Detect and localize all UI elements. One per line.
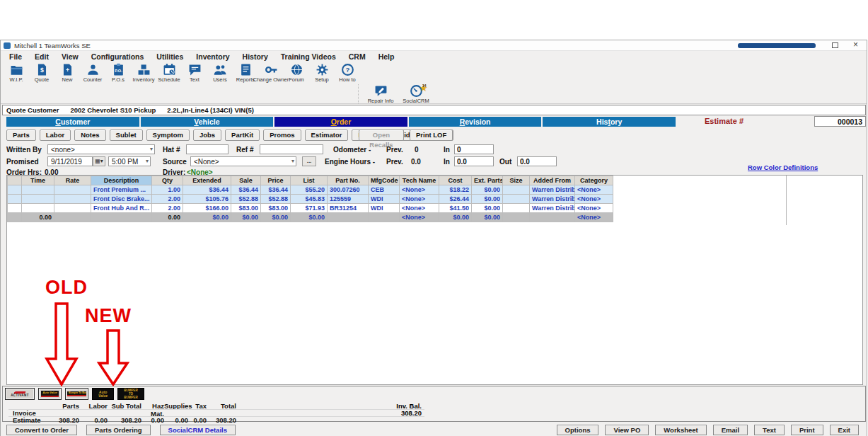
- grid-column-header-ext-parts[interactable]: Ext. Parts: [472, 176, 503, 185]
- close-window-icon[interactable]: [853, 40, 858, 50]
- ref-label: Ref #: [236, 146, 253, 154]
- grid-column-header-mfgcode[interactable]: MfgCode: [369, 176, 400, 185]
- grid-cell: $52.88: [261, 195, 291, 204]
- subtab-partkit[interactable]: PartKit: [225, 130, 260, 141]
- toolbar-button-quote[interactable]: $Quote: [29, 63, 54, 84]
- tab-vehicle[interactable]: Vehicle: [141, 117, 274, 127]
- purchase-orders-icon: P.O.: [112, 63, 125, 76]
- vendor-button-activant-activant[interactable]: ACTIVANT: [5, 388, 35, 400]
- grid-column-header-added-from[interactable]: Added From: [530, 176, 575, 185]
- print-button[interactable]: Print: [791, 425, 823, 435]
- menu-item-configurations[interactable]: Configurations: [86, 52, 150, 62]
- source-more-button[interactable]: ...: [302, 156, 316, 166]
- grid-cell: WDI: [369, 204, 400, 213]
- menu-item-utilities[interactable]: Utilities: [151, 52, 189, 62]
- promised-date-input[interactable]: 9/11/2019: [47, 156, 93, 166]
- subtab-notes[interactable]: Notes: [74, 130, 105, 141]
- vendor-button-bumper-to-bumper-new-bb[interactable]: BUMPERTO BUMPER: [117, 388, 144, 400]
- grid-column-header-rate[interactable]: Rate: [54, 176, 91, 185]
- vendor-button-bumper-to-bumper-old-bb[interactable]: Bumper To Bumper: [65, 388, 88, 400]
- grid-column-header-time[interactable]: Time: [22, 176, 54, 185]
- toolbar-button-inventory[interactable]: Inventory: [131, 63, 156, 84]
- promised-time-value: 5:00 PM: [112, 158, 138, 166]
- toolbar-button-text[interactable]: Text: [182, 63, 207, 84]
- grid-column-header-extended[interactable]: Extended: [183, 176, 231, 185]
- subtab-jobs[interactable]: Jobs: [193, 130, 221, 141]
- toolbar-button-socialcrm[interactable]: SocialCRM★34: [398, 84, 434, 103]
- hat-input[interactable]: [186, 144, 228, 154]
- toolbar-button-forum[interactable]: Forum: [284, 63, 309, 84]
- grid-part-row[interactable]: Front Disc Brake...2.00$105.76$52.88$52.…: [8, 195, 613, 204]
- grid-column-header-tech-name[interactable]: Tech Name: [400, 176, 439, 185]
- grid-total-row[interactable]: 0.000.00$0.00$0.00$0.00$0.00<None>$0.00$…: [8, 213, 613, 222]
- socialcrm-details-button[interactable]: SocialCRM Details: [160, 425, 236, 435]
- grid-column-header-description[interactable]: Description: [91, 176, 152, 185]
- restore-window-icon[interactable]: [832, 42, 838, 48]
- tab-order[interactable]: Order: [274, 117, 407, 127]
- grid-part-row[interactable]: Front Premium ...1.00$36.44$36.44$36.44$…: [8, 185, 613, 195]
- odometer-in-input[interactable]: [454, 144, 494, 154]
- grid-cell: $18.22: [439, 185, 472, 195]
- tab-revision[interactable]: Revision: [409, 117, 542, 127]
- toolbar-button-schedule[interactable]: Schedule: [156, 63, 182, 84]
- toolbar-button-new[interactable]: +New: [54, 63, 80, 84]
- print-lof-button[interactable]: Print LOF: [410, 130, 453, 141]
- subtab-parts[interactable]: Parts: [6, 130, 36, 141]
- engine-hours-in-input[interactable]: [454, 156, 494, 166]
- vendor-button-auto-value-old-av[interactable]: Auto Value: [38, 388, 62, 400]
- text-button[interactable]: Text: [754, 425, 785, 435]
- grid-column-header-row-selector[interactable]: [8, 176, 22, 185]
- subtab-estimator[interactable]: Estimator: [305, 130, 349, 141]
- grid-column-header-qty[interactable]: Qty: [152, 176, 183, 185]
- tab-customer[interactable]: Customer: [6, 117, 139, 127]
- toolbar-button-w-i-p[interactable]: W.I.P.: [4, 63, 29, 84]
- ref-input[interactable]: [260, 144, 323, 154]
- open-recalls-button[interactable]: Open Recalls: [359, 130, 404, 141]
- grid-column-header-category[interactable]: Category: [575, 176, 613, 185]
- toolbar-button-setup[interactable]: Setup: [309, 63, 335, 84]
- toolbar-button-users[interactable]: Users: [207, 63, 233, 84]
- menu-item-training-videos[interactable]: Training Videos: [275, 52, 342, 62]
- promised-time-select[interactable]: 5:00 PM▾: [108, 156, 151, 166]
- subtab-symptom[interactable]: Symptom: [146, 130, 190, 141]
- subtab-promos[interactable]: Promos: [263, 130, 301, 141]
- grid-part-row[interactable]: Front Hub And R...2.00$166.00$83.00$83.0…: [8, 204, 613, 213]
- toolbar-button-change-owner[interactable]: Change Owner: [258, 63, 284, 84]
- menu-item-inventory[interactable]: Inventory: [190, 52, 235, 62]
- calendar-picker-icon[interactable]: ▦▾: [93, 156, 105, 166]
- toolbar-button-label: Setup: [315, 76, 329, 83]
- written-by-select[interactable]: <none>▾: [47, 144, 155, 154]
- grid-column-header-cost[interactable]: Cost: [439, 176, 472, 185]
- exit-button[interactable]: Exit: [830, 425, 859, 435]
- grid-column-header-list[interactable]: List: [291, 176, 328, 185]
- menu-item-view[interactable]: View: [56, 52, 84, 62]
- vendor-logo-text: Bumper To Bumper: [67, 391, 86, 397]
- menu-item-crm[interactable]: CRM: [343, 52, 371, 62]
- tab-history[interactable]: History: [543, 117, 676, 127]
- vehicle-label: 2002 Chevrolet S10 Pickup: [70, 106, 156, 114]
- view-po-button[interactable]: View PO: [605, 425, 649, 435]
- engine-hours-out-input[interactable]: [517, 156, 557, 166]
- toolbar-button-counter[interactable]: Counter: [80, 63, 105, 84]
- menu-item-edit[interactable]: Edit: [29, 52, 54, 62]
- menu-item-file[interactable]: File: [4, 52, 28, 62]
- toolbar-button-p-o-s[interactable]: P.O.P.O.s: [105, 63, 131, 84]
- row-color-definitions-link[interactable]: Row Color Definitions: [748, 164, 818, 171]
- convert-to-order-button[interactable]: Convert to Order: [6, 425, 77, 435]
- grid-column-header-sale[interactable]: Sale: [231, 176, 261, 185]
- grid-column-header-price[interactable]: Price: [261, 176, 291, 185]
- worksheet-button[interactable]: Worksheet: [655, 425, 706, 435]
- options-button[interactable]: Options: [557, 425, 599, 435]
- toolbar-button-repair-info[interactable]: Repair Info: [363, 84, 398, 103]
- grid-column-header-part-no[interactable]: Part No.: [328, 176, 369, 185]
- menu-item-history[interactable]: History: [237, 52, 274, 62]
- subtab-labor[interactable]: Labor: [40, 130, 71, 141]
- email-button[interactable]: Email: [713, 425, 748, 435]
- menu-item-help[interactable]: Help: [373, 52, 400, 62]
- source-select[interactable]: <None>▾: [190, 156, 296, 166]
- toolbar-button-how-to[interactable]: ?How to: [335, 63, 360, 84]
- vendor-button-auto-value-new-av[interactable]: AutoValue: [92, 388, 114, 400]
- parts-ordering-button[interactable]: Parts Ordering: [86, 425, 151, 435]
- grid-column-header-size[interactable]: Size: [503, 176, 530, 185]
- subtab-sublet[interactable]: Sublet: [110, 130, 143, 141]
